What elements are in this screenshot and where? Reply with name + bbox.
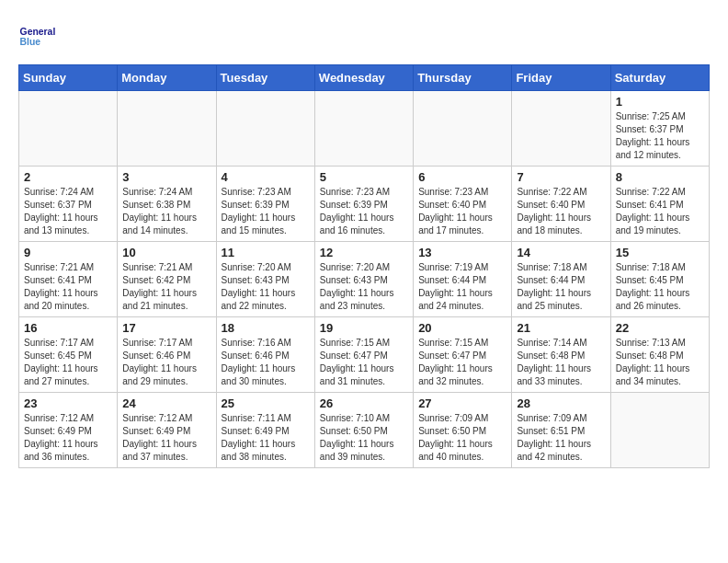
- day-info: Sunrise: 7:15 AM Sunset: 6:47 PM Dayligh…: [320, 337, 408, 388]
- day-number: 15: [616, 246, 704, 259]
- day-info: Sunrise: 7:09 AM Sunset: 6:50 PM Dayligh…: [418, 412, 506, 464]
- calendar-cell: [118, 91, 216, 167]
- calendar-cell: 3Sunrise: 7:24 AM Sunset: 6:38 PM Daylig…: [118, 167, 216, 242]
- day-number: 10: [122, 246, 210, 259]
- weekday-header-monday: Monday: [118, 65, 216, 91]
- day-number: 27: [418, 396, 506, 410]
- day-info: Sunrise: 7:21 AM Sunset: 6:42 PM Dayligh…: [122, 261, 210, 313]
- calendar-cell: 16Sunrise: 7:17 AM Sunset: 6:45 PM Dayli…: [19, 317, 118, 393]
- calendar-cell: [414, 91, 512, 167]
- calendar-cell: 27Sunrise: 7:09 AM Sunset: 6:50 PM Dayli…: [414, 393, 512, 468]
- weekday-header-tuesday: Tuesday: [216, 65, 314, 91]
- calendar-cell: 4Sunrise: 7:23 AM Sunset: 6:39 PM Daylig…: [216, 167, 314, 242]
- day-number: 16: [24, 321, 112, 335]
- calendar-cell: 2Sunrise: 7:24 AM Sunset: 6:37 PM Daylig…: [19, 167, 118, 242]
- day-info: Sunrise: 7:23 AM Sunset: 6:39 PM Dayligh…: [222, 186, 310, 237]
- day-number: 21: [517, 321, 605, 335]
- day-info: Sunrise: 7:09 AM Sunset: 6:51 PM Dayligh…: [517, 412, 605, 464]
- calendar-cell: [610, 393, 709, 468]
- day-number: 24: [122, 396, 210, 410]
- weekday-header-friday: Friday: [512, 65, 610, 91]
- calendar-cell: 1Sunrise: 7:25 AM Sunset: 6:37 PM Daylig…: [610, 91, 709, 167]
- calendar-cell: 26Sunrise: 7:10 AM Sunset: 6:50 PM Dayli…: [314, 393, 413, 468]
- day-info: Sunrise: 7:23 AM Sunset: 6:40 PM Dayligh…: [418, 186, 506, 237]
- calendar-cell: 28Sunrise: 7:09 AM Sunset: 6:51 PM Dayli…: [512, 393, 610, 468]
- day-number: 9: [24, 246, 112, 259]
- weekday-header-saturday: Saturday: [610, 65, 709, 91]
- calendar-cell: 9Sunrise: 7:21 AM Sunset: 6:41 PM Daylig…: [19, 242, 118, 317]
- calendar-cell: 15Sunrise: 7:18 AM Sunset: 6:45 PM Dayli…: [610, 242, 709, 317]
- day-info: Sunrise: 7:17 AM Sunset: 6:45 PM Dayligh…: [24, 337, 112, 388]
- day-info: Sunrise: 7:14 AM Sunset: 6:48 PM Dayligh…: [517, 337, 605, 388]
- day-number: 17: [122, 321, 210, 335]
- day-number: 2: [24, 170, 112, 184]
- weekday-header-thursday: Thursday: [414, 65, 512, 91]
- calendar-cell: 14Sunrise: 7:18 AM Sunset: 6:44 PM Dayli…: [512, 242, 610, 317]
- day-number: 11: [222, 246, 310, 259]
- day-info: Sunrise: 7:20 AM Sunset: 6:43 PM Dayligh…: [320, 261, 408, 313]
- day-number: 4: [222, 170, 310, 184]
- weekday-header-wednesday: Wednesday: [314, 65, 413, 91]
- calendar-cell: 13Sunrise: 7:19 AM Sunset: 6:44 PM Dayli…: [414, 242, 512, 317]
- svg-text:General: General: [20, 27, 55, 37]
- day-info: Sunrise: 7:20 AM Sunset: 6:43 PM Dayligh…: [222, 261, 310, 313]
- calendar-cell: 22Sunrise: 7:13 AM Sunset: 6:48 PM Dayli…: [610, 317, 709, 393]
- day-number: 18: [222, 321, 310, 335]
- calendar-cell: [314, 91, 413, 167]
- calendar-cell: 5Sunrise: 7:23 AM Sunset: 6:39 PM Daylig…: [314, 167, 413, 242]
- calendar-cell: 11Sunrise: 7:20 AM Sunset: 6:43 PM Dayli…: [216, 242, 314, 317]
- day-info: Sunrise: 7:11 AM Sunset: 6:49 PM Dayligh…: [222, 412, 310, 464]
- calendar-cell: 20Sunrise: 7:15 AM Sunset: 6:47 PM Dayli…: [414, 317, 512, 393]
- calendar-cell: 7Sunrise: 7:22 AM Sunset: 6:40 PM Daylig…: [512, 167, 610, 242]
- day-number: 3: [122, 170, 210, 184]
- day-number: 20: [418, 321, 506, 335]
- day-info: Sunrise: 7:12 AM Sunset: 6:49 PM Dayligh…: [122, 412, 210, 464]
- day-number: 5: [320, 170, 408, 184]
- day-info: Sunrise: 7:13 AM Sunset: 6:48 PM Dayligh…: [616, 337, 704, 388]
- day-number: 25: [222, 396, 310, 410]
- day-number: 14: [517, 246, 605, 259]
- calendar-cell: 17Sunrise: 7:17 AM Sunset: 6:46 PM Dayli…: [118, 317, 216, 393]
- day-number: 23: [24, 396, 112, 410]
- calendar-cell: 19Sunrise: 7:15 AM Sunset: 6:47 PM Dayli…: [314, 317, 413, 393]
- calendar-cell: [216, 91, 314, 167]
- calendar-cell: 8Sunrise: 7:22 AM Sunset: 6:41 PM Daylig…: [610, 167, 709, 242]
- week-row-5: 23Sunrise: 7:12 AM Sunset: 6:49 PM Dayli…: [19, 393, 710, 468]
- day-info: Sunrise: 7:15 AM Sunset: 6:47 PM Dayligh…: [418, 337, 506, 388]
- day-number: 28: [517, 396, 605, 410]
- day-info: Sunrise: 7:22 AM Sunset: 6:40 PM Dayligh…: [517, 186, 605, 237]
- day-info: Sunrise: 7:22 AM Sunset: 6:41 PM Dayligh…: [616, 186, 704, 237]
- calendar-cell: [19, 91, 118, 167]
- week-row-1: 1Sunrise: 7:25 AM Sunset: 6:37 PM Daylig…: [19, 91, 710, 167]
- day-info: Sunrise: 7:24 AM Sunset: 6:38 PM Dayligh…: [122, 186, 210, 237]
- calendar-cell: 23Sunrise: 7:12 AM Sunset: 6:49 PM Dayli…: [19, 393, 118, 468]
- day-number: 13: [418, 246, 506, 259]
- week-row-2: 2Sunrise: 7:24 AM Sunset: 6:37 PM Daylig…: [19, 167, 710, 242]
- logo-icon: General Blue: [18, 18, 55, 55]
- day-info: Sunrise: 7:12 AM Sunset: 6:49 PM Dayligh…: [24, 412, 112, 464]
- calendar-cell: 10Sunrise: 7:21 AM Sunset: 6:42 PM Dayli…: [118, 242, 216, 317]
- week-row-3: 9Sunrise: 7:21 AM Sunset: 6:41 PM Daylig…: [19, 242, 710, 317]
- calendar-cell: 24Sunrise: 7:12 AM Sunset: 6:49 PM Dayli…: [118, 393, 216, 468]
- day-number: 1: [616, 95, 704, 109]
- day-info: Sunrise: 7:21 AM Sunset: 6:41 PM Dayligh…: [24, 261, 112, 313]
- day-number: 6: [418, 170, 506, 184]
- day-number: 19: [320, 321, 408, 335]
- calendar-cell: [512, 91, 610, 167]
- day-info: Sunrise: 7:24 AM Sunset: 6:37 PM Dayligh…: [24, 186, 112, 237]
- day-number: 8: [616, 170, 704, 184]
- day-number: 7: [517, 170, 605, 184]
- day-info: Sunrise: 7:16 AM Sunset: 6:46 PM Dayligh…: [222, 337, 310, 388]
- calendar-cell: 25Sunrise: 7:11 AM Sunset: 6:49 PM Dayli…: [216, 393, 314, 468]
- weekday-header-sunday: Sunday: [19, 65, 118, 91]
- calendar-table: SundayMondayTuesdayWednesdayThursdayFrid…: [18, 64, 710, 468]
- day-info: Sunrise: 7:19 AM Sunset: 6:44 PM Dayligh…: [418, 261, 506, 313]
- svg-text:Blue: Blue: [20, 37, 41, 47]
- day-number: 12: [320, 246, 408, 259]
- day-number: 26: [320, 396, 408, 410]
- day-info: Sunrise: 7:17 AM Sunset: 6:46 PM Dayligh…: [122, 337, 210, 388]
- day-info: Sunrise: 7:23 AM Sunset: 6:39 PM Dayligh…: [320, 186, 408, 237]
- day-info: Sunrise: 7:18 AM Sunset: 6:44 PM Dayligh…: [517, 261, 605, 313]
- day-info: Sunrise: 7:10 AM Sunset: 6:50 PM Dayligh…: [320, 412, 408, 464]
- calendar-cell: 6Sunrise: 7:23 AM Sunset: 6:40 PM Daylig…: [414, 167, 512, 242]
